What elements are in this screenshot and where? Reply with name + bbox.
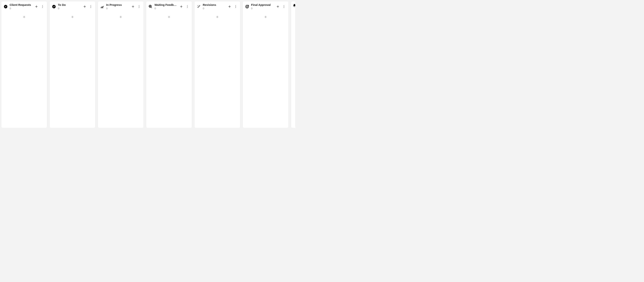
column-header: Waiting Feedback 0 [146, 1, 192, 11]
column-titleblock: To Do 0 [58, 3, 80, 10]
svg-point-4 [42, 7, 43, 8]
column-client-requests: Client Requests 0 [1, 1, 47, 128]
column-titleblock: Final Approval 0 [251, 3, 273, 10]
add-card-zone[interactable] [196, 13, 238, 21]
trending-icon [100, 4, 104, 9]
add-card-zone[interactable] [245, 13, 286, 21]
column-count: 0 [251, 7, 273, 10]
column-count: 0 [203, 7, 225, 10]
svg-rect-16 [102, 6, 103, 8]
add-card-button[interactable] [179, 4, 184, 9]
column-waiting-feedback: Waiting Feedback 0 [146, 1, 192, 128]
magnify-icon [148, 4, 152, 9]
column-in-progress: In Progress 0 [98, 1, 144, 128]
svg-point-11 [90, 7, 91, 8]
svg-point-43 [284, 5, 284, 6]
column-revisions: Revisions 0 [194, 1, 240, 128]
svg-point-19 [139, 5, 139, 6]
column-titleblock: In Progress 0 [106, 3, 128, 10]
svg-point-45 [284, 7, 284, 8]
column-header-actions [82, 4, 93, 9]
svg-point-10 [90, 6, 91, 6]
column-title: Client Requests [10, 3, 32, 7]
column-title: In Progress [106, 3, 128, 7]
add-card-button[interactable] [275, 4, 280, 9]
add-card-button[interactable] [227, 4, 232, 9]
column-title: Final Approval [251, 3, 273, 7]
column-count: 0 [154, 7, 177, 10]
add-card-zone[interactable] [148, 13, 190, 21]
plus-icon [216, 15, 219, 19]
column-menu-button[interactable] [40, 4, 45, 9]
svg-point-2 [42, 5, 43, 6]
column-menu-button[interactable] [281, 4, 286, 9]
column-final-approval: Final Approval 0 [242, 1, 288, 128]
svg-point-20 [139, 6, 139, 6]
svg-point-33 [236, 5, 236, 6]
add-card-zone[interactable] [3, 13, 45, 21]
svg-point-28 [187, 7, 188, 8]
column-header: Client Requests 0 [1, 1, 47, 11]
column-header: In Progress 0 [98, 1, 144, 11]
compass-icon [4, 4, 8, 9]
plus-icon [119, 15, 122, 19]
magicwand-icon [197, 4, 201, 9]
svg-point-3 [42, 6, 43, 6]
plus-icon [22, 15, 26, 19]
column-titleblock: Waiting Feedback 0 [154, 3, 177, 10]
kanban-board: Client Requests 0 To D [0, 0, 295, 129]
svg-point-44 [284, 6, 284, 6]
svg-point-26 [187, 5, 188, 6]
column-menu-button[interactable] [88, 4, 93, 9]
plus-icon [71, 15, 74, 19]
column-menu-button[interactable] [185, 4, 190, 9]
svg-point-40 [247, 6, 248, 7]
plus-icon [264, 15, 267, 19]
svg-point-21 [139, 7, 139, 8]
add-card-zone[interactable] [100, 13, 142, 21]
column-titleblock: Revisions 0 [203, 3, 225, 10]
bell-icon [292, 3, 295, 7]
column-menu-button[interactable] [136, 4, 142, 9]
column-menu-button[interactable] [233, 4, 238, 9]
add-card-button[interactable] [130, 4, 136, 9]
checkcircle-icon [52, 4, 56, 9]
column-header-actions [275, 4, 286, 9]
svg-rect-14 [101, 7, 102, 8]
target-icon [245, 4, 249, 9]
column-to-do: To Do 0 [50, 1, 96, 128]
column-count: 0 [106, 7, 128, 10]
add-card-button[interactable] [82, 4, 87, 9]
column-header: Final Approval 0 [243, 1, 288, 11]
column-header: Revisions 0 [194, 1, 240, 11]
svg-point-35 [236, 7, 236, 8]
column-header: To Do 0 [50, 1, 95, 11]
column-count: 0 [10, 7, 32, 10]
add-card-button[interactable] [34, 4, 39, 9]
add-card-zone[interactable] [52, 13, 93, 21]
svg-point-27 [187, 6, 188, 6]
column-count: 0 [58, 7, 80, 10]
column-title: Waiting Feedback [154, 3, 177, 7]
svg-rect-15 [102, 7, 102, 8]
column-title: To Do [58, 3, 80, 7]
column-header-actions [34, 4, 45, 9]
column-header-actions [227, 4, 238, 9]
column-next-partial [291, 1, 295, 128]
column-titleblock: Client Requests 0 [10, 3, 32, 10]
column-header-actions [179, 4, 190, 9]
plus-icon [167, 15, 171, 19]
column-header-actions [130, 4, 142, 9]
svg-point-34 [236, 6, 236, 6]
svg-point-9 [90, 5, 91, 6]
column-title: Revisions [203, 3, 225, 7]
